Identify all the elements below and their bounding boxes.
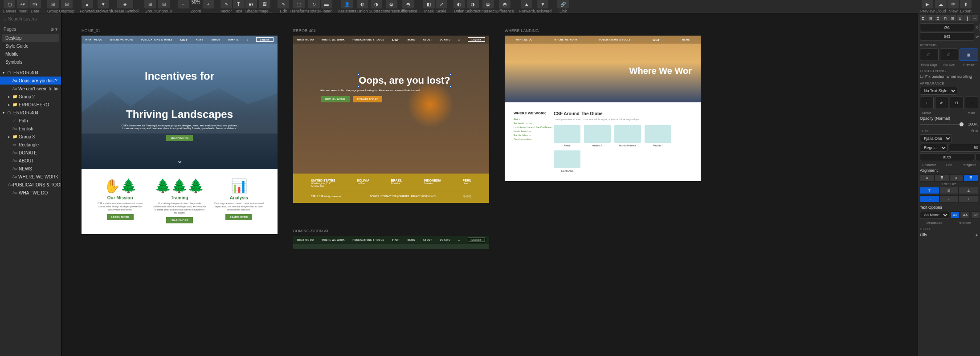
preview-button[interactable]: ▶ xyxy=(922,0,933,8)
align-center-h-button[interactable]: ⊟ xyxy=(927,15,935,21)
page-item[interactable]: Desktop xyxy=(2,34,59,42)
artboard-coming-soon[interactable]: COMING-SOON v3 WHAT WE DO WHERE WE WORK … xyxy=(293,236,489,249)
artboard-error-404[interactable]: ERROR-404 WHAT WE DO WHERE WE WORK PUBLI… xyxy=(293,36,489,203)
layer-row[interactable]: AaWHERE WE WORK xyxy=(0,173,61,181)
flatten-button[interactable]: ▬ xyxy=(321,0,332,8)
edit-button[interactable]: ✎ xyxy=(278,0,289,8)
align-text-left-button[interactable]: ≡ xyxy=(920,174,935,182)
group-button-2[interactable]: ⊞ xyxy=(144,0,156,8)
ungroup-button[interactable]: ⊟ xyxy=(61,0,73,8)
align-bottom-button[interactable]: ⊔ xyxy=(957,15,964,21)
width-input[interactable] xyxy=(920,32,974,40)
zoom-in-button[interactable]: + xyxy=(203,0,214,8)
distribute-v-button[interactable]: ═ xyxy=(972,15,979,21)
text-dir-ttb-button[interactable]: ↓ xyxy=(959,195,978,202)
line-height-input[interactable] xyxy=(976,153,980,161)
proto-more-button[interactable]: ⋯ xyxy=(965,97,979,109)
layer-row[interactable]: ▸📁Group 2 xyxy=(0,93,61,101)
cloud-button[interactable]: ☁ xyxy=(935,0,947,8)
layer-row[interactable]: ▭Rectangle xyxy=(0,141,61,149)
difference-button[interactable]: ◓ xyxy=(402,0,414,8)
image-tool-button[interactable]: 🖼 xyxy=(259,0,270,8)
add-fill-button[interactable]: + xyxy=(976,232,978,238)
canvas-area[interactable]: HOME_01 WHAT WE DO WHERE WE WORK PUBLICA… xyxy=(61,13,918,356)
font-size-input[interactable] xyxy=(949,144,980,152)
artboard-home-01[interactable]: HOME_01 WHAT WE DO WHERE WE WORK PUBLICA… xyxy=(82,36,278,234)
intersect-button[interactable]: ◒ xyxy=(386,0,397,8)
text-settings-button[interactable]: ⚙ ⊕ xyxy=(971,129,978,133)
data-menu-button[interactable]: ≡▾ xyxy=(29,0,41,8)
link-button[interactable]: 🔗 xyxy=(557,0,569,8)
text-dir-rtl-button[interactable]: ← xyxy=(939,195,959,202)
align-text-justify-button[interactable]: ≣ xyxy=(964,174,978,182)
shape-tool-button[interactable]: ■▾ xyxy=(245,0,257,8)
artboard-where-landing[interactable]: WHERE-LANDING WHAT WE DO WHERE WE WORK P… xyxy=(505,36,701,181)
pin-to-edge-button[interactable]: ⊞ xyxy=(920,49,939,61)
text-style-select[interactable]: No Text Style xyxy=(920,87,957,95)
export-button[interactable]: ⬆ xyxy=(960,0,972,8)
page-item[interactable]: Symbols xyxy=(0,58,61,66)
backward-button[interactable]: ▼ xyxy=(98,0,109,8)
align-left-button[interactable]: ⊏ xyxy=(920,15,927,21)
forward-button-2[interactable]: ▲ xyxy=(521,0,532,8)
align-center-v-button[interactable]: ⊡ xyxy=(949,15,956,21)
layer-row[interactable]: AaABOUT xyxy=(0,157,61,165)
group-button[interactable]: ⊞ xyxy=(47,0,59,8)
valign-middle-button[interactable]: ⊟ xyxy=(939,187,959,194)
fix-size-button[interactable]: ⊡ xyxy=(940,49,959,61)
layer-row[interactable]: ▾▢ERROR-404 xyxy=(0,109,61,117)
rotate-button[interactable]: ↻ xyxy=(308,0,320,8)
font-family-select[interactable]: Fjalla One xyxy=(920,134,952,142)
text-dir-ltr-button[interactable]: → xyxy=(920,195,939,202)
create-symbol-button[interactable]: ◈ xyxy=(117,0,133,8)
char-spacing-input[interactable] xyxy=(920,153,974,161)
opacity-slider[interactable] xyxy=(920,124,964,125)
layer-row[interactable]: ▸📁Group 3 xyxy=(0,133,61,141)
assistants-button[interactable]: 👤 xyxy=(341,0,353,8)
artboard-label-coming-soon[interactable]: COMING-SOON v3 xyxy=(293,229,328,233)
add-page-button[interactable]: ⊕ ▾ xyxy=(50,27,57,32)
valign-bottom-button[interactable]: ⊥ xyxy=(959,187,978,194)
layer-row[interactable]: AaPUBLICATIONS & TOOLS xyxy=(0,181,61,189)
error-title-selected[interactable]: Oops, are you lost? xyxy=(359,75,450,86)
search-layers-input[interactable]: Search Layers xyxy=(0,13,61,24)
valign-top-button[interactable]: ⊤ xyxy=(920,187,939,194)
font-weight-select[interactable]: Regular xyxy=(920,144,947,152)
artboard-label-error[interactable]: ERROR-404 xyxy=(293,28,316,33)
align-text-center-button[interactable]: ≣ xyxy=(935,174,949,182)
fix-scroll-checkbox[interactable]: ☐Fix position when scrolling xyxy=(920,74,978,79)
insert-menu-button[interactable]: +▾ xyxy=(17,0,29,8)
decoration-select[interactable]: Aa None xyxy=(920,211,949,219)
selection-handle[interactable] xyxy=(357,73,359,76)
mask-button[interactable]: ◧ xyxy=(423,0,435,8)
vector-tool-button[interactable]: ✎ xyxy=(220,0,232,8)
transform-upper-button[interactable]: AA xyxy=(961,211,970,218)
subtract-button[interactable]: ◑ xyxy=(371,0,382,8)
text-tool-button[interactable]: T xyxy=(233,0,245,8)
layer-row[interactable]: AaEnglish xyxy=(0,125,61,133)
subtract-button-2[interactable]: ◑ xyxy=(467,0,479,8)
artboard-label-home[interactable]: HOME_01 xyxy=(82,28,100,33)
distribute-h-button[interactable]: ║ xyxy=(964,15,971,21)
transform-lower-button[interactable]: aa xyxy=(971,211,980,218)
align-text-right-button[interactable]: ≡ xyxy=(949,174,964,182)
layer-row[interactable]: AaOops, are you lost? xyxy=(0,77,61,85)
selection-handle[interactable] xyxy=(449,73,452,76)
layer-row[interactable]: AaNEWS xyxy=(0,165,61,173)
view-button[interactable]: 👁 xyxy=(947,0,959,8)
selection-handle[interactable] xyxy=(449,85,452,88)
zoom-out-button[interactable]: − xyxy=(178,0,189,8)
layer-row[interactable]: ▾▢ERROR-404 xyxy=(0,69,61,77)
add-prototype-button[interactable]: + xyxy=(976,69,978,73)
align-right-button[interactable]: ⊐ xyxy=(935,15,942,21)
transform-button[interactable]: ⬚ xyxy=(293,0,305,8)
difference-button-2[interactable]: ◓ xyxy=(499,0,510,8)
intersect-button-2[interactable]: ◒ xyxy=(482,0,494,8)
proto-btn-2[interactable]: ⟳ xyxy=(935,97,949,109)
page-item[interactable]: Mobile xyxy=(0,50,61,58)
align-top-button[interactable]: ⊓ xyxy=(942,15,949,21)
proto-btn-3[interactable]: ⊡ xyxy=(950,97,964,109)
ungroup-button-2[interactable]: ⊟ xyxy=(158,0,170,8)
x-input[interactable] xyxy=(920,23,974,31)
layer-row[interactable]: ▸📁ERROR-HERO xyxy=(0,101,61,109)
